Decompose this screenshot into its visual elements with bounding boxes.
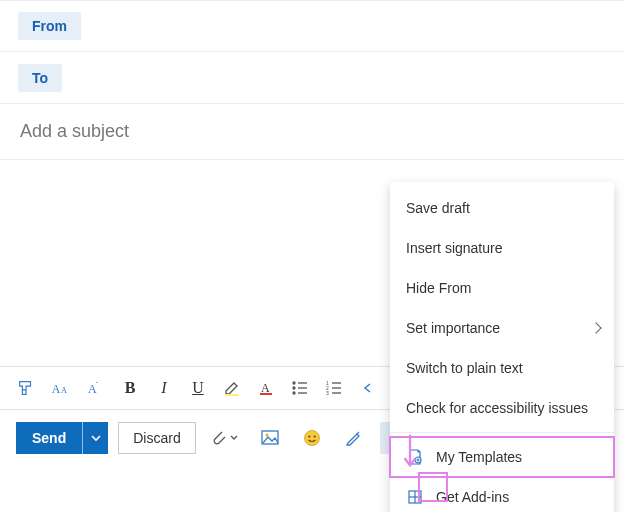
subject-input[interactable] bbox=[18, 120, 606, 143]
svg-point-22 bbox=[308, 436, 310, 438]
insert-drawing-button[interactable] bbox=[338, 422, 370, 454]
insert-emoji-button[interactable] bbox=[296, 422, 328, 454]
numbered-list-icon[interactable]: 123 bbox=[318, 372, 350, 404]
svg-point-21 bbox=[304, 431, 319, 446]
highlight-color-icon[interactable] bbox=[216, 372, 248, 404]
svg-point-7 bbox=[293, 382, 295, 384]
svg-rect-4 bbox=[225, 394, 239, 396]
addins-icon bbox=[406, 488, 424, 506]
menu-insert-signature[interactable]: Insert signature bbox=[390, 228, 614, 268]
svg-text:ˇ: ˇ bbox=[96, 381, 99, 388]
pen-draw-icon bbox=[345, 429, 363, 447]
menu-my-templates-label: My Templates bbox=[436, 449, 522, 465]
svg-point-23 bbox=[313, 436, 315, 438]
bullet-list-icon[interactable] bbox=[284, 372, 316, 404]
svg-point-9 bbox=[293, 387, 295, 389]
menu-set-importance[interactable]: Set importance bbox=[390, 308, 614, 348]
svg-point-20 bbox=[265, 434, 268, 437]
menu-get-addins[interactable]: Get Add-ins bbox=[390, 477, 614, 512]
decrease-indent-icon[interactable] bbox=[352, 372, 384, 404]
menu-accessibility-check[interactable]: Check for accessibility issues bbox=[390, 388, 614, 428]
send-dropdown-button[interactable] bbox=[82, 422, 108, 454]
discard-button[interactable]: Discard bbox=[118, 422, 195, 454]
svg-text:A: A bbox=[52, 382, 61, 396]
paperclip-icon bbox=[212, 430, 228, 446]
menu-switch-plain-text[interactable]: Switch to plain text bbox=[390, 348, 614, 388]
font-color-icon[interactable]: A bbox=[250, 372, 282, 404]
from-button[interactable]: From bbox=[18, 12, 81, 40]
image-icon bbox=[261, 430, 279, 446]
chevron-down-icon bbox=[230, 434, 238, 442]
underline-button[interactable]: U bbox=[182, 372, 214, 404]
font-size-decrease-icon[interactable]: Aˇ bbox=[80, 372, 112, 404]
menu-separator bbox=[390, 432, 614, 433]
svg-point-11 bbox=[293, 392, 295, 394]
format-painter-icon[interactable] bbox=[10, 372, 42, 404]
menu-save-draft[interactable]: Save draft bbox=[390, 188, 614, 228]
italic-button[interactable]: I bbox=[148, 372, 180, 404]
more-options-menu: Save draft Insert signature Hide From Se… bbox=[390, 182, 614, 512]
from-row: From bbox=[0, 0, 624, 52]
menu-get-addins-label: Get Add-ins bbox=[436, 489, 509, 505]
attach-button[interactable] bbox=[206, 422, 244, 454]
menu-hide-from[interactable]: Hide From bbox=[390, 268, 614, 308]
svg-text:3: 3 bbox=[326, 390, 329, 396]
menu-my-templates[interactable]: My Templates bbox=[390, 437, 614, 477]
to-button[interactable]: To bbox=[18, 64, 62, 92]
emoji-icon bbox=[303, 429, 321, 447]
templates-icon bbox=[406, 448, 424, 466]
font-size-increase-icon[interactable]: AA bbox=[44, 372, 78, 404]
subject-row bbox=[0, 104, 624, 160]
to-row: To bbox=[0, 52, 624, 104]
send-button[interactable]: Send bbox=[16, 422, 82, 454]
insert-picture-button[interactable] bbox=[254, 422, 286, 454]
chevron-down-icon bbox=[91, 433, 101, 443]
svg-text:A: A bbox=[61, 386, 67, 395]
svg-rect-6 bbox=[260, 393, 272, 395]
bold-button[interactable]: B bbox=[114, 372, 146, 404]
svg-text:A: A bbox=[261, 381, 270, 395]
send-split-button: Send bbox=[16, 422, 108, 454]
